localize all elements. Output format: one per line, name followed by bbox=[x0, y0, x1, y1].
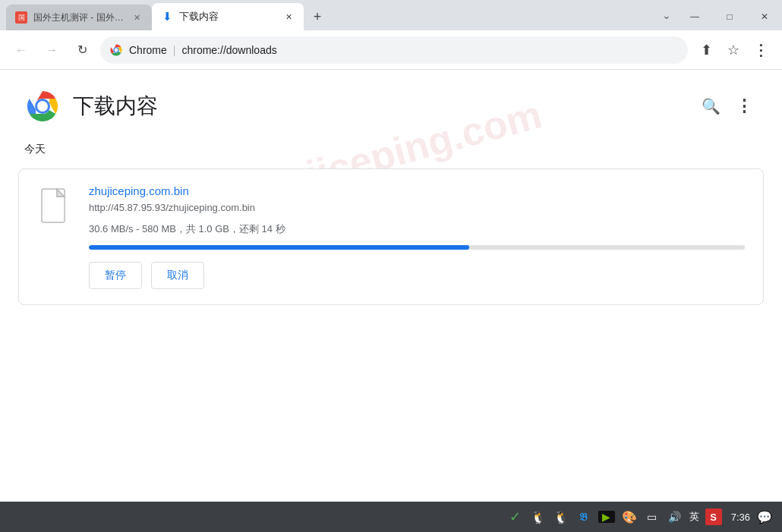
page-menu-button[interactable]: ⋮ bbox=[730, 93, 758, 120]
nav-right-actions: ⬆ ☆ ⋮ bbox=[694, 38, 773, 62]
taskbar-nvidia-icon[interactable]: ▶ bbox=[598, 511, 615, 523]
download-filename[interactable]: zhujiceping.com.bin bbox=[89, 184, 745, 197]
taskbar-monitor-icon[interactable]: ▭ bbox=[644, 508, 661, 525]
search-button[interactable]: 🔍 bbox=[697, 93, 724, 120]
page-title: 下载内容 bbox=[73, 92, 158, 121]
address-browser-name: Chrome bbox=[129, 44, 167, 56]
tab-strip-chevron[interactable]: ⌄ bbox=[662, 9, 671, 21]
progress-bar-container bbox=[89, 245, 745, 250]
share-button[interactable]: ⬆ bbox=[694, 38, 718, 62]
browser-menu-button[interactable]: ⋮ bbox=[749, 38, 773, 62]
address-separator: | bbox=[173, 44, 176, 56]
main-content: zhujiceping.com 下载内容 🔍 ⋮ 今天 bbox=[0, 70, 782, 502]
svg-point-6 bbox=[37, 101, 48, 112]
page-header: 下载内容 🔍 ⋮ bbox=[0, 70, 782, 137]
download-info: zhujiceping.com.bin http://45.87.95.93/z… bbox=[89, 184, 745, 289]
file-icon-svg bbox=[40, 187, 71, 224]
close-button[interactable]: ✕ bbox=[747, 5, 782, 29]
active-tab-title: 下载内容 bbox=[179, 10, 219, 24]
inactive-tab-close-button[interactable]: ✕ bbox=[131, 11, 143, 24]
taskbar: ✓ 🐧 🐧 𝔅 ▶ 🎨 ▭ 🔊 英 S 7:36 💬 bbox=[0, 502, 782, 532]
titlebar: 国 国外主机测评 - 国外VPS... ✕ ⬇ 下载内容 ✕ + ⌄ — □ ✕ bbox=[0, 0, 782, 30]
active-tab-favicon: ⬇ bbox=[161, 11, 173, 23]
taskbar-qq-icon1[interactable]: 🐧 bbox=[530, 508, 547, 525]
taskbar-qq-icon2[interactable]: 🐧 bbox=[553, 508, 569, 525]
navbar: ← → ↻ Chrome | chrome://downloads ⬆ ☆ ⋮ bbox=[0, 30, 782, 70]
file-icon bbox=[37, 184, 74, 227]
tab-active[interactable]: ⬇ 下载内容 ✕ bbox=[152, 3, 304, 30]
pause-button[interactable]: 暂停 bbox=[89, 262, 142, 289]
new-tab-button[interactable]: + bbox=[307, 6, 328, 27]
bookmark-button[interactable]: ☆ bbox=[721, 38, 746, 62]
taskbar-wps-icon[interactable]: S bbox=[705, 508, 722, 525]
forward-button[interactable]: → bbox=[39, 38, 64, 62]
download-item: zhujiceping.com.bin http://45.87.95.93/z… bbox=[18, 168, 764, 305]
address-bar[interactable]: Chrome | chrome://downloads bbox=[100, 36, 688, 64]
page-title-area: 下载内容 bbox=[24, 88, 158, 124]
taskbar-bluetooth-icon[interactable]: 𝔅 bbox=[575, 508, 592, 525]
download-actions: 暂停 取消 bbox=[89, 262, 745, 289]
taskbar-time: 7:36 bbox=[731, 512, 750, 523]
progress-bar-fill bbox=[89, 245, 469, 250]
taskbar-language-indicator[interactable]: 英 bbox=[689, 510, 699, 524]
taskbar-volume-icon[interactable]: 🔊 bbox=[667, 508, 683, 525]
maximize-button[interactable]: □ bbox=[712, 5, 747, 29]
section-label: 今天 bbox=[0, 137, 782, 162]
address-url[interactable]: chrome://downloads bbox=[181, 44, 276, 56]
active-tab-close-button[interactable]: ✕ bbox=[282, 11, 295, 23]
inactive-tab-favicon: 国 bbox=[15, 11, 27, 24]
taskbar-notification-icon[interactable]: 💬 bbox=[756, 508, 773, 525]
cancel-button[interactable]: 取消 bbox=[151, 262, 204, 289]
chrome-logo-address bbox=[109, 43, 123, 57]
svg-point-3 bbox=[115, 48, 118, 52]
download-url: http://45.87.95.93/zhujiceping.com.bin bbox=[89, 202, 745, 213]
download-status: 30.6 MB/s - 580 MB，共 1.0 GB，还剩 14 秒 bbox=[89, 222, 745, 236]
tab-inactive[interactable]: 国 国外主机测评 - 国外VPS... ✕ bbox=[6, 5, 152, 30]
inactive-tab-title: 国外主机测评 - 国外VPS... bbox=[33, 11, 125, 24]
minimize-button[interactable]: — bbox=[677, 5, 712, 29]
reload-button[interactable]: ↻ bbox=[70, 38, 94, 62]
taskbar-figma-icon[interactable]: 🎨 bbox=[621, 508, 638, 525]
chrome-logo-page bbox=[24, 88, 61, 124]
taskbar-check-icon[interactable]: ✓ bbox=[507, 508, 524, 525]
back-button[interactable]: ← bbox=[9, 38, 33, 62]
page-actions: 🔍 ⋮ bbox=[697, 93, 758, 120]
